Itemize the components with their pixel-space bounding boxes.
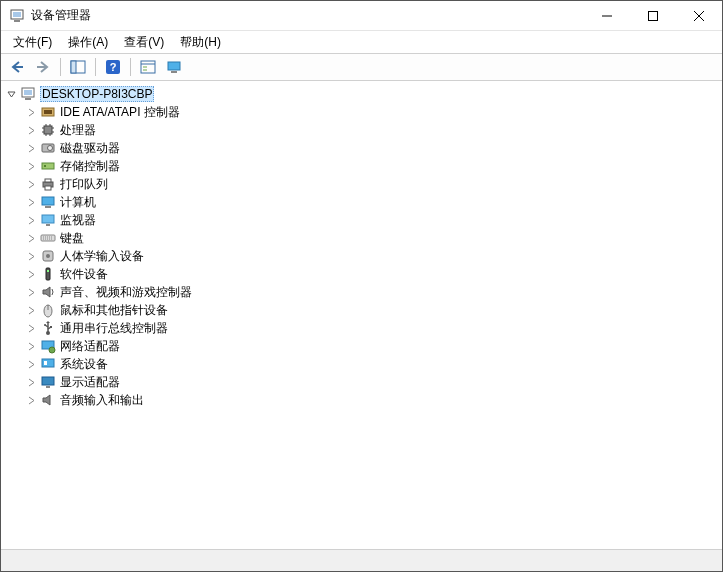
tree-category-node[interactable]: 监视器: [1, 211, 722, 229]
close-button[interactable]: [676, 1, 722, 30]
chevron-right-icon[interactable]: [25, 106, 37, 118]
menu-action[interactable]: 操作(A): [60, 32, 116, 53]
disk-drive-icon: [40, 140, 56, 156]
tree-category-node[interactable]: 打印队列: [1, 175, 722, 193]
chevron-right-icon[interactable]: [25, 394, 37, 406]
usb-icon: [40, 320, 56, 336]
tree-category-label: 显示适配器: [60, 374, 120, 391]
properties-button[interactable]: [136, 55, 160, 79]
svg-rect-20: [24, 90, 32, 95]
device-tree[interactable]: DESKTOP-P8I3CBP IDE ATA/ATAPI 控制器处理器磁盘驱动…: [1, 81, 722, 549]
scan-hardware-button[interactable]: [162, 55, 186, 79]
chevron-right-icon[interactable]: [25, 160, 37, 172]
tree-category-label: 鼠标和其他指针设备: [60, 302, 168, 319]
tree-category-node[interactable]: 鼠标和其他指针设备: [1, 301, 722, 319]
tree-category-label: 系统设备: [60, 356, 108, 373]
computer-icon: [40, 194, 56, 210]
mouse-icon: [40, 302, 56, 318]
tree-category-node[interactable]: 存储控制器: [1, 157, 722, 175]
tree-category-node[interactable]: 系统设备: [1, 355, 722, 373]
svg-rect-10: [71, 61, 76, 73]
chevron-right-icon[interactable]: [25, 268, 37, 280]
menubar: 文件(F) 操作(A) 查看(V) 帮助(H): [1, 31, 722, 53]
storage-controller-icon: [40, 158, 56, 174]
tree-category-node[interactable]: 通用串行总线控制器: [1, 319, 722, 337]
tree-category-label: 网络适配器: [60, 338, 120, 355]
titlebar: 设备管理器: [1, 1, 722, 31]
tree-category-node[interactable]: 声音、视频和游戏控制器: [1, 283, 722, 301]
tree-category-label: 键盘: [60, 230, 84, 247]
window-controls: [584, 1, 722, 30]
keyboard-icon: [40, 230, 56, 246]
app-icon: [9, 8, 25, 24]
tree-category-label: 声音、视频和游戏控制器: [60, 284, 192, 301]
svg-text:?: ?: [110, 61, 117, 73]
back-button[interactable]: [5, 55, 29, 79]
chevron-right-icon[interactable]: [25, 232, 37, 244]
tree-category-label: 计算机: [60, 194, 96, 211]
chevron-right-icon[interactable]: [25, 358, 37, 370]
tree-category-label: 人体学输入设备: [60, 248, 144, 265]
chevron-right-icon[interactable]: [25, 376, 37, 388]
chevron-right-icon[interactable]: [25, 124, 37, 136]
tree-category-label: IDE ATA/ATAPI 控制器: [60, 104, 180, 121]
computer-icon: [20, 86, 36, 102]
svg-rect-21: [25, 98, 31, 100]
svg-rect-1: [13, 12, 21, 17]
tree-category-node[interactable]: 键盘: [1, 229, 722, 247]
chevron-right-icon[interactable]: [25, 250, 37, 262]
chevron-right-icon[interactable]: [25, 304, 37, 316]
tree-category-node[interactable]: IDE ATA/ATAPI 控制器: [1, 103, 722, 121]
help-button[interactable]: ?: [101, 55, 125, 79]
cpu-icon: [40, 122, 56, 138]
chevron-right-icon[interactable]: [25, 178, 37, 190]
chevron-right-icon[interactable]: [25, 322, 37, 334]
software-device-icon: [40, 266, 56, 282]
tree-category-label: 处理器: [60, 122, 96, 139]
tree-categories: IDE ATA/ATAPI 控制器处理器磁盘驱动器存储控制器打印队列计算机监视器…: [1, 103, 722, 409]
tree-category-label: 存储控制器: [60, 158, 120, 175]
minimize-button[interactable]: [584, 1, 630, 30]
svg-rect-4: [649, 11, 658, 20]
svg-rect-2: [14, 20, 20, 22]
chevron-right-icon[interactable]: [25, 214, 37, 226]
tree-category-node[interactable]: 网络适配器: [1, 337, 722, 355]
system-device-icon: [40, 356, 56, 372]
audio-io-icon: [40, 392, 56, 408]
forward-button[interactable]: [31, 55, 55, 79]
tree-category-node[interactable]: 音频输入和输出: [1, 391, 722, 409]
svg-rect-18: [171, 71, 177, 73]
tree-category-label: 通用串行总线控制器: [60, 320, 168, 337]
hid-icon: [40, 248, 56, 264]
tree-root-node[interactable]: DESKTOP-P8I3CBP: [1, 85, 722, 103]
chevron-right-icon[interactable]: [25, 286, 37, 298]
menu-help[interactable]: 帮助(H): [172, 32, 229, 53]
tree-category-node[interactable]: 磁盘驱动器: [1, 139, 722, 157]
show-hide-tree-button[interactable]: [66, 55, 90, 79]
toolbar-separator: [60, 58, 61, 76]
tree-category-label: 打印队列: [60, 176, 108, 193]
tree-category-label: 监视器: [60, 212, 96, 229]
ide-controller-icon: [40, 104, 56, 120]
chevron-right-icon[interactable]: [25, 340, 37, 352]
maximize-button[interactable]: [630, 1, 676, 30]
sound-icon: [40, 284, 56, 300]
tree-category-node[interactable]: 处理器: [1, 121, 722, 139]
toolbar: ?: [1, 53, 722, 81]
printer-icon: [40, 176, 56, 192]
tree-category-node[interactable]: 显示适配器: [1, 373, 722, 391]
tree-category-node[interactable]: 软件设备: [1, 265, 722, 283]
chevron-down-icon[interactable]: [5, 88, 17, 100]
monitor-icon: [40, 212, 56, 228]
menu-file[interactable]: 文件(F): [5, 32, 60, 53]
tree-category-node[interactable]: 计算机: [1, 193, 722, 211]
statusbar: [1, 549, 722, 571]
svg-rect-17: [168, 62, 180, 70]
chevron-right-icon[interactable]: [25, 142, 37, 154]
chevron-right-icon[interactable]: [25, 196, 37, 208]
toolbar-separator: [95, 58, 96, 76]
tree-category-node[interactable]: 人体学输入设备: [1, 247, 722, 265]
display-adapter-icon: [40, 374, 56, 390]
network-adapter-icon: [40, 338, 56, 354]
menu-view[interactable]: 查看(V): [116, 32, 172, 53]
